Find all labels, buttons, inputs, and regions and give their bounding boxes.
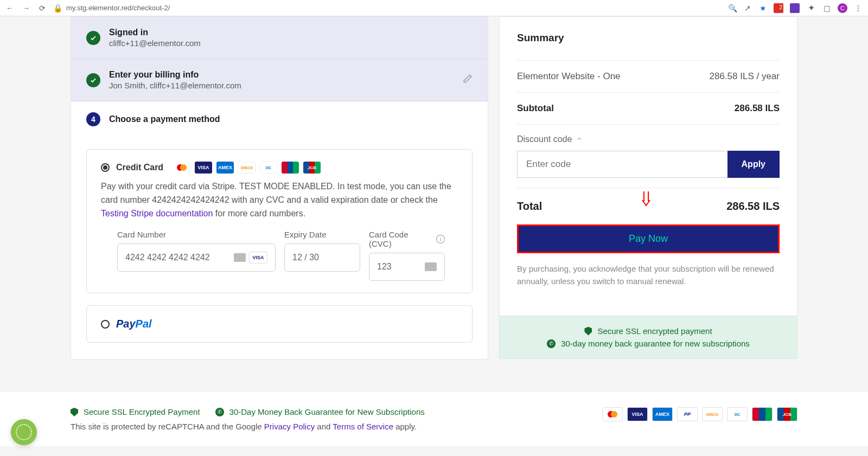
guarantee-line: ✆ 30-day money back guarantee for new su… (500, 337, 797, 350)
mastercard-icon (602, 407, 623, 421)
footer-legal: This site is protected by reCAPTCHA and … (71, 422, 425, 431)
expiry-label: Expiry Date (284, 230, 360, 239)
discount-toggle[interactable]: Discount code (517, 125, 780, 151)
total-value: 286.58 ILS (726, 200, 780, 213)
check-icon (86, 31, 100, 45)
amex-icon: AMEX (216, 162, 234, 174)
footer-payment-brands: VISA AMEX PP DISCO DC JCB (602, 407, 797, 421)
card-number-input[interactable]: 4242 4242 4242 4242 VISA (117, 243, 276, 272)
billing-sub: Jon Smith, cliffc+11@elementor.com (109, 81, 454, 90)
back-button[interactable]: ← (5, 4, 14, 12)
pay-now-button[interactable]: Pay Now (517, 224, 780, 253)
browser-right-icons: 🔍 ↗ ★ ✦ ▢ C ⋮ (728, 3, 863, 13)
summary-item-row: Elementor Website - One 286.58 ILS / yea… (517, 61, 780, 92)
step-number-badge: 4 (86, 112, 100, 126)
unionpay-icon (752, 407, 773, 421)
edit-billing-icon[interactable] (463, 74, 473, 86)
visa-detected-icon: VISA (249, 252, 267, 264)
footer-guarantee: ✆ 30-Day Money Back Guarantee for New Su… (215, 407, 425, 416)
expiry-input[interactable]: 12 / 30 (284, 243, 360, 272)
reload-button[interactable]: ⟳ (38, 4, 47, 12)
secure-box: Secure SSL encrypted payment ✆ 30-day mo… (500, 316, 797, 358)
diners-icon: DC (727, 407, 748, 421)
card-number-label: Card Number (117, 230, 276, 239)
paynow-wrap: Pay Now (517, 224, 780, 253)
order-summary: Summary Elementor Website - One 286.58 I… (499, 16, 797, 359)
tos-link[interactable]: Terms of Service (333, 422, 393, 431)
step-signed-in: Signed in cliffc+11@elementor.com (71, 17, 488, 59)
privacy-link[interactable]: Privacy Policy (264, 422, 315, 431)
panel-icon[interactable]: ▢ (822, 4, 831, 12)
shield-icon (71, 408, 78, 416)
card-icon (234, 253, 246, 262)
step-billing: Enter your billing info Jon Smith, cliff… (71, 59, 488, 101)
billing-title: Enter your billing info (109, 70, 454, 80)
cookie-settings-widget[interactable] (11, 419, 37, 445)
mastercard-icon (173, 162, 190, 174)
paypal-icon: PP (677, 407, 698, 421)
card-brands: VISA AMEX DISCO DC JCB (173, 162, 321, 174)
credit-card-description: Pay with your credit card via Stripe. TE… (101, 180, 458, 220)
chevron-up-icon (576, 134, 583, 144)
svg-point-3 (611, 411, 617, 418)
lock-icon: 🔒 (53, 4, 62, 12)
footer: Secure SSL Encrypted Payment ✆ 30-Day Mo… (0, 392, 868, 446)
radio-paypal[interactable] (101, 320, 110, 329)
payment-body: Credit Card VISA AMEX DISCO DC JCB Pay w (71, 149, 488, 359)
footer-left: Secure SSL Encrypted Payment ✆ 30-Day Mo… (71, 407, 425, 431)
zoom-icon[interactable]: 🔍 (728, 4, 737, 12)
checkout-steps: Signed in cliffc+11@elementor.com Enter … (71, 16, 488, 359)
share-icon[interactable]: ↗ (743, 4, 752, 12)
subtotal-value: 286.58 ILS (735, 103, 780, 114)
payment-title: Choose a payment method (109, 114, 473, 124)
menu-icon[interactable]: ⋮ (854, 4, 863, 12)
total-label: Total (517, 200, 542, 213)
shield-icon (584, 327, 592, 336)
item-price: 286.58 ILS / year (710, 71, 780, 82)
testing-docs-link[interactable]: Testing Stripe documentation (101, 209, 213, 218)
info-icon[interactable]: i (436, 235, 445, 243)
step-payment: 4 Choose a payment method (71, 101, 488, 137)
signed-in-email: cliffc+11@elementor.com (109, 38, 473, 48)
checkout-container: Signed in cliffc+11@elementor.com Enter … (65, 16, 803, 359)
footer-secure-ssl: Secure SSL Encrypted Payment (71, 407, 200, 416)
annotation-arrow-icon (640, 190, 652, 210)
address-bar[interactable]: 🔒 my.stg.elementor.red/checkout-2/ (53, 4, 170, 12)
card-fields: Card Number 4242 4242 4242 4242 VISA Exp… (101, 230, 458, 281)
extension-icon-red[interactable] (774, 3, 783, 13)
browser-bar: ← → ⟳ 🔒 my.stg.elementor.red/checkout-2/… (0, 0, 868, 16)
radio-credit-card[interactable] (101, 163, 110, 172)
acknowledgement-text: By purchasing, you acknowledge that your… (517, 253, 780, 300)
cookie-icon (16, 424, 32, 440)
page: Signed in cliffc+11@elementor.com Enter … (0, 16, 868, 456)
amex-icon: AMEX (652, 407, 673, 421)
discount-input[interactable] (517, 151, 727, 178)
phone-icon: ✆ (215, 408, 224, 416)
subtotal-row: Subtotal 286.58 ILS (517, 93, 780, 124)
discount-row: Apply (517, 151, 780, 178)
payment-option-credit-card[interactable]: Credit Card VISA AMEX DISCO DC JCB Pay w (86, 149, 473, 293)
forward-button[interactable]: → (22, 4, 30, 12)
jcb-icon: JCB (303, 162, 321, 174)
secure-ssl-line: Secure SSL encrypted payment (500, 325, 797, 337)
discover-icon: DISCO (702, 407, 723, 421)
visa-icon: VISA (627, 407, 648, 421)
paypal-logo: PayPal (116, 318, 152, 330)
summary-title: Summary (517, 32, 780, 44)
apply-button[interactable]: Apply (727, 151, 780, 178)
signed-in-title: Signed in (109, 28, 473, 37)
payment-option-paypal[interactable]: PayPal (86, 305, 473, 343)
svg-point-1 (180, 164, 187, 171)
extension-icon-purple[interactable] (790, 3, 800, 13)
cvc-input[interactable]: 123 (369, 253, 445, 281)
bookmark-star-icon[interactable]: ★ (758, 4, 767, 12)
phone-icon: ✆ (547, 339, 556, 348)
subtotal-label: Subtotal (517, 103, 554, 114)
cvc-label: Card Code (CVC) i (369, 230, 445, 248)
total-row: Total 286.58 ILS (517, 188, 780, 224)
browser-nav: ← → ⟳ (5, 4, 47, 12)
check-icon (86, 73, 100, 87)
discover-icon: DISCO (238, 162, 256, 174)
profile-avatar[interactable]: C (838, 3, 847, 13)
extensions-icon[interactable]: ✦ (806, 3, 816, 13)
